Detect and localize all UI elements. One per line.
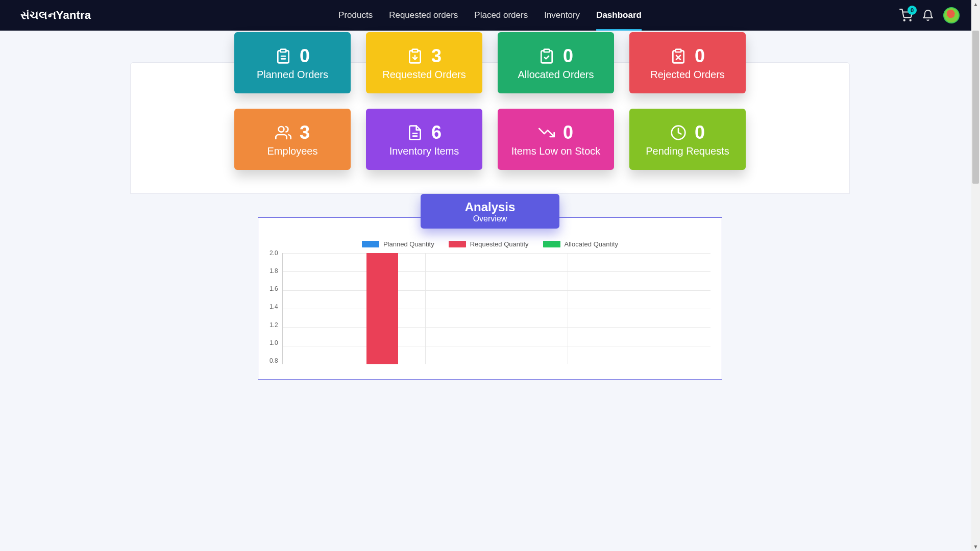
stat-label: Items Low on Stock: [511, 145, 601, 157]
gridline: [283, 346, 710, 346]
stat-card-requested-orders[interactable]: 3Requested Orders: [366, 32, 482, 93]
stat-card-inventory-items[interactable]: 6Inventory Items: [366, 109, 482, 170]
clipboard-check-icon: [538, 48, 555, 64]
y-tick: 2.0: [270, 249, 278, 257]
nav-item-inventory[interactable]: Inventory: [544, 0, 580, 31]
stats-grid: 0Planned Orders3Requested Orders0Allocat…: [131, 32, 849, 170]
svg-point-1: [910, 20, 911, 21]
legend-swatch: [362, 241, 379, 247]
stat-label: Planned Orders: [257, 69, 328, 81]
stat-value: 0: [300, 45, 310, 67]
analysis-title: Analysis: [421, 200, 559, 214]
cart-badge: 0: [908, 6, 917, 15]
stat-value: 3: [431, 45, 442, 67]
stat-value: 0: [563, 122, 573, 143]
stat-card-pending-requests[interactable]: 0Pending Requests: [629, 109, 746, 170]
stat-label: Allocated Orders: [518, 69, 594, 81]
bell-icon: [922, 9, 934, 21]
y-tick: 1.6: [270, 285, 278, 292]
scroll-thumb[interactable]: [972, 31, 979, 184]
svg-rect-2: [281, 49, 286, 52]
notifications-button[interactable]: [922, 9, 934, 21]
stat-label: Rejected Orders: [650, 69, 725, 81]
clock-icon: [670, 124, 687, 141]
legend-label: Allocated Quantity: [565, 240, 619, 248]
avatar[interactable]: [943, 7, 960, 23]
chart-container: Planned QuantityRequested QuantityAlloca…: [258, 217, 722, 380]
stat-label: Pending Requests: [646, 145, 729, 157]
brand-logo[interactable]: સંચલનYantra: [20, 9, 91, 22]
svg-point-0: [904, 20, 905, 21]
nav-item-products[interactable]: Products: [338, 0, 373, 31]
chart-y-axis: 2.01.81.61.41.21.00.8: [270, 249, 282, 364]
stat-card-planned-orders[interactable]: 0Planned Orders: [234, 32, 351, 93]
y-tick: 1.4: [270, 303, 278, 310]
cart-button[interactable]: 0: [899, 9, 913, 22]
nav-item-requested-orders[interactable]: Requested orders: [389, 0, 458, 31]
legend-item-planned-quantity[interactable]: Planned Quantity: [362, 240, 434, 248]
legend-swatch: [449, 241, 466, 247]
legend-label: Planned Quantity: [383, 240, 434, 248]
gridline: [283, 253, 710, 254]
stat-value: 0: [695, 45, 705, 67]
analysis-section: Analysis Overview Planned QuantityReques…: [130, 194, 850, 380]
stat-card-items-low-on-stock[interactable]: 0Items Low on Stock: [498, 109, 614, 170]
stat-card-allocated-orders[interactable]: 0Allocated Orders: [498, 32, 614, 93]
y-tick: 0.8: [270, 357, 278, 364]
stat-card-employees[interactable]: 3Employees: [234, 109, 351, 170]
nav-item-dashboard[interactable]: Dashboard: [596, 0, 642, 31]
clipboard-in-icon: [407, 48, 423, 64]
trending-down-icon: [538, 124, 555, 141]
users-icon: [275, 124, 291, 141]
svg-rect-3: [412, 49, 418, 52]
stat-value: 3: [300, 122, 310, 143]
gridline-vertical: [568, 253, 568, 364]
main-nav: ProductsRequested ordersPlaced ordersInv…: [338, 0, 642, 31]
stat-label: Inventory Items: [389, 145, 459, 157]
svg-point-6: [279, 127, 284, 132]
page-body: 0Planned Orders3Requested Orders0Allocat…: [0, 31, 980, 380]
gridline: [283, 290, 710, 291]
legend-swatch: [543, 241, 560, 247]
legend-label: Requested Quantity: [470, 240, 529, 248]
stat-label: Requested Orders: [382, 69, 465, 81]
chart-legend: Planned QuantityRequested QuantityAlloca…: [270, 240, 710, 248]
clipboard-list-icon: [275, 48, 291, 64]
chart-area: 2.01.81.61.41.21.00.8: [270, 253, 710, 368]
stat-value: 6: [431, 122, 442, 143]
scroll-up-arrow[interactable]: ▲: [971, 0, 980, 9]
stat-label: Employees: [267, 145, 318, 157]
y-tick: 1.2: [270, 321, 278, 329]
legend-item-requested-quantity[interactable]: Requested Quantity: [449, 240, 529, 248]
svg-rect-5: [676, 49, 681, 52]
nav-item-placed-orders[interactable]: Placed orders: [474, 0, 528, 31]
chart-plot: [282, 253, 710, 364]
gridline-vertical: [425, 253, 426, 364]
svg-rect-4: [544, 49, 550, 52]
vertical-scrollbar[interactable]: ▲ ▼: [971, 0, 980, 380]
analysis-header: Analysis Overview: [421, 194, 559, 229]
stat-value: 0: [563, 45, 573, 67]
topbar: સંચલનYantra ProductsRequested ordersPlac…: [0, 0, 980, 31]
topbar-right: 0: [899, 7, 960, 23]
legend-item-allocated-quantity[interactable]: Allocated Quantity: [543, 240, 619, 248]
gridline: [283, 271, 710, 272]
stat-card-rejected-orders[interactable]: 0Rejected Orders: [629, 32, 746, 93]
analysis-subtitle: Overview: [421, 214, 559, 223]
y-tick: 1.8: [270, 267, 278, 274]
file-icon: [407, 124, 423, 141]
clipboard-x-icon: [670, 48, 687, 64]
gridline: [283, 309, 710, 309]
gridline: [283, 327, 710, 328]
stat-value: 0: [695, 122, 705, 143]
y-tick: 1.0: [270, 339, 278, 346]
chart-bar-requested-quantity[interactable]: [366, 253, 398, 364]
stats-panel: 0Planned Orders3Requested Orders0Allocat…: [130, 62, 850, 194]
